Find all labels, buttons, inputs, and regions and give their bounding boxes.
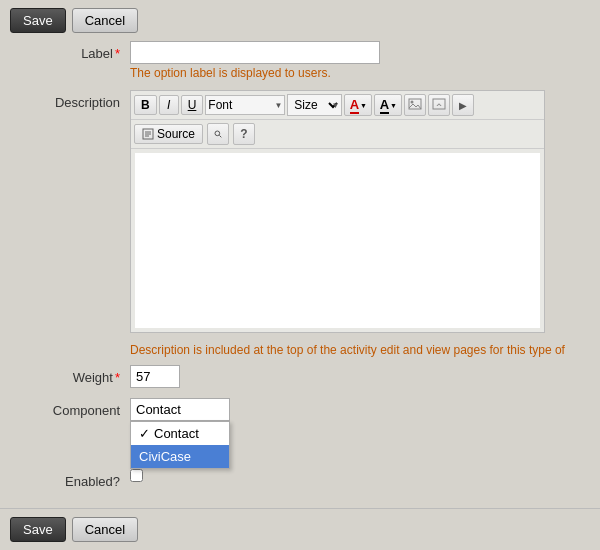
description-note: Description is included at the top of th… bbox=[130, 343, 590, 357]
help-button[interactable]: ? bbox=[233, 123, 255, 145]
label-field-label: Label* bbox=[10, 41, 130, 61]
editor-content[interactable] bbox=[135, 153, 540, 328]
image2-icon bbox=[432, 98, 446, 112]
search-button[interactable] bbox=[207, 123, 229, 145]
component-row: Component Contact ✓ Contact CiviCase bbox=[10, 398, 590, 421]
label-input[interactable] bbox=[130, 41, 380, 64]
checkmark-icon: ✓ bbox=[139, 426, 150, 441]
toolbar-row1: B I U Font Arial Times New Roman Courier… bbox=[131, 91, 544, 120]
font-color-button[interactable]: A ▼ bbox=[344, 94, 372, 116]
required-star-label: * bbox=[115, 46, 120, 61]
editor-wrapper: B I U Font Arial Times New Roman Courier… bbox=[130, 90, 545, 333]
more-button[interactable]: ▶ bbox=[452, 94, 474, 116]
svg-point-7 bbox=[215, 131, 220, 136]
image-button[interactable] bbox=[404, 94, 426, 116]
bold-button[interactable]: B bbox=[134, 95, 157, 115]
label-row: Label* The option label is displayed to … bbox=[10, 41, 590, 80]
description-field-label: Description bbox=[10, 90, 130, 110]
source-icon bbox=[142, 128, 154, 140]
font-color-a: A bbox=[350, 97, 359, 114]
size-select[interactable]: Size 8 10 12 14 18 bbox=[287, 94, 342, 116]
font-select[interactable]: Font Arial Times New Roman Courier New bbox=[205, 95, 285, 115]
weight-input[interactable] bbox=[130, 365, 180, 388]
italic-button[interactable]: I bbox=[159, 95, 179, 115]
label-hint: The option label is displayed to users. bbox=[130, 66, 380, 80]
size-select-wrapper: Size 8 10 12 14 18 bbox=[287, 94, 342, 116]
required-star-weight: * bbox=[115, 370, 120, 385]
dropdown-item-civicase[interactable]: CiviCase bbox=[131, 445, 229, 468]
font-select-wrapper: Font Arial Times New Roman Courier New bbox=[205, 95, 285, 115]
svg-line-8 bbox=[219, 135, 221, 137]
label-field-col: The option label is displayed to users. bbox=[130, 41, 380, 80]
component-field-label: Component bbox=[10, 398, 130, 418]
svg-rect-0 bbox=[409, 99, 421, 109]
save-button-top[interactable]: Save bbox=[10, 8, 66, 33]
top-action-bar: Save Cancel bbox=[0, 0, 600, 41]
save-button-bottom[interactable]: Save bbox=[10, 517, 66, 542]
weight-field-label: Weight* bbox=[10, 365, 130, 385]
enabled-field-label: Enabled? bbox=[10, 469, 130, 489]
form-area: Label* The option label is displayed to … bbox=[0, 41, 600, 509]
component-dropdown[interactable]: Contact ✓ Contact CiviCase bbox=[130, 398, 230, 421]
bg-color-button[interactable]: A ▼ bbox=[374, 94, 402, 116]
image-icon bbox=[408, 98, 422, 112]
search-icon bbox=[214, 128, 222, 140]
underline-button[interactable]: U bbox=[181, 95, 204, 115]
weight-row: Weight* bbox=[10, 365, 590, 388]
component-dropdown-menu: ✓ Contact CiviCase bbox=[130, 421, 230, 469]
source-button[interactable]: Source bbox=[134, 124, 203, 144]
bg-color-a: A bbox=[380, 97, 389, 114]
svg-point-1 bbox=[411, 101, 414, 104]
description-row: Description B I U Font Arial Times New R… bbox=[10, 90, 590, 333]
cancel-button-top[interactable]: Cancel bbox=[72, 8, 138, 33]
bg-dropdown-arrow: ▼ bbox=[390, 102, 397, 109]
image2-button[interactable] bbox=[428, 94, 450, 116]
toolbar-row2: Source ? bbox=[131, 120, 544, 149]
cancel-button-bottom[interactable]: Cancel bbox=[72, 517, 138, 542]
enabled-row: Enabled? bbox=[10, 469, 590, 489]
dropdown-item-contact[interactable]: ✓ Contact bbox=[131, 422, 229, 445]
component-dropdown-display[interactable]: Contact bbox=[130, 398, 230, 421]
enabled-checkbox[interactable] bbox=[130, 469, 143, 482]
source-label: Source bbox=[157, 127, 195, 141]
bottom-action-bar: Save Cancel bbox=[0, 508, 600, 550]
color-dropdown-arrow: ▼ bbox=[360, 102, 367, 109]
